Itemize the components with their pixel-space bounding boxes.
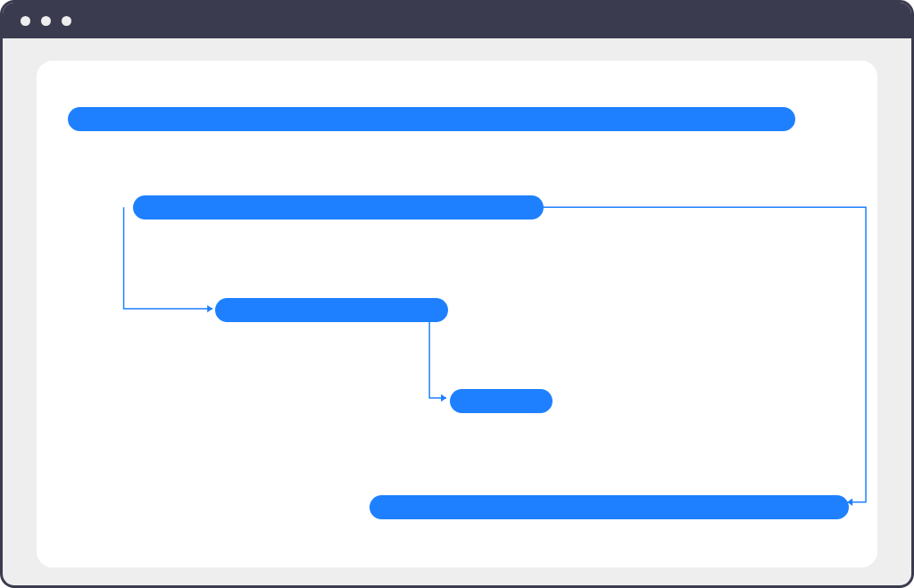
connector-line: [542, 207, 866, 502]
gantt-bar[interactable]: [133, 195, 544, 219]
arrow-icon: [441, 394, 446, 402]
gantt-bar[interactable]: [215, 298, 448, 322]
gantt-bar[interactable]: [450, 389, 553, 413]
arrow-icon: [207, 305, 212, 312]
window-control-dot[interactable]: [21, 16, 30, 26]
connector-line: [124, 207, 213, 309]
connector-layer: [37, 61, 877, 567]
connector-line: [429, 319, 446, 398]
gantt-canvas: [37, 61, 877, 567]
window-control-dot[interactable]: [62, 16, 71, 26]
gantt-bar[interactable]: [68, 107, 795, 131]
titlebar: [3, 3, 911, 38]
content-panel: [37, 61, 877, 567]
window-control-dot[interactable]: [41, 16, 51, 26]
gantt-bar[interactable]: [370, 495, 849, 519]
app-window: [0, 0, 914, 588]
